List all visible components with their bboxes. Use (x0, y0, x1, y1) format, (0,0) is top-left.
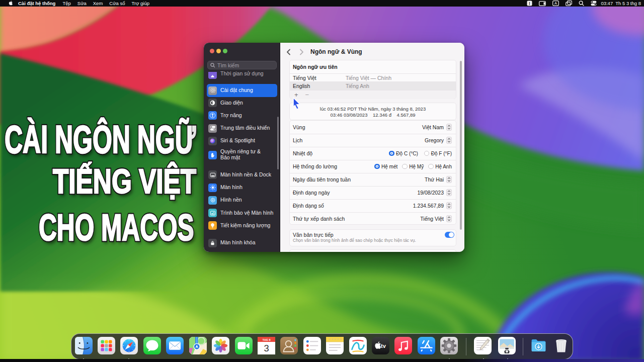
svg-text:A: A (554, 1, 557, 6)
svg-text:!: ! (529, 1, 530, 6)
svg-text:3: 3 (264, 343, 269, 353)
svg-text:THG 8: THG 8 (262, 338, 270, 341)
svg-text:tv: tv (381, 343, 386, 349)
